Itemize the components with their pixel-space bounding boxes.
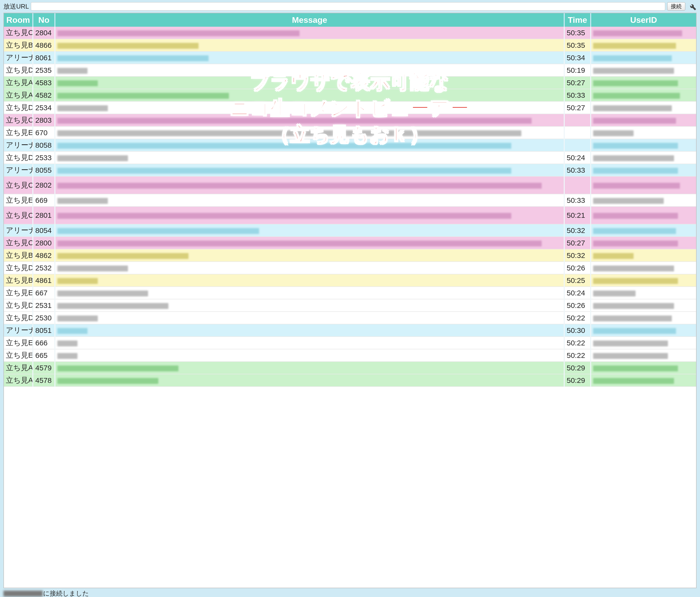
userid-blur: [593, 143, 678, 149]
cell-time: 50:24: [564, 287, 591, 299]
cell-no: 2804: [33, 27, 55, 39]
cell-message: [55, 114, 564, 126]
message-blur: [57, 365, 178, 371]
cell-message: [55, 139, 564, 151]
cell-message: [55, 151, 564, 164]
cell-no: 4861: [33, 274, 55, 287]
table-row[interactable]: 立ち見C280450:35: [4, 27, 696, 39]
cell-no: 2533: [33, 151, 55, 164]
table-row[interactable]: 立ち見D253250:26: [4, 262, 696, 274]
cell-userid: [591, 151, 696, 164]
table-row[interactable]: 立ち見E66650:22: [4, 337, 696, 349]
table-row[interactable]: 立ち見C2803: [4, 114, 696, 126]
table-row[interactable]: 立ち見D253350:24: [4, 151, 696, 164]
table-row[interactable]: 立ち見E66550:22: [4, 349, 696, 362]
cell-message: [55, 64, 564, 76]
cell-room: 立ち見E: [4, 194, 33, 207]
url-label: 放送URL: [3, 2, 29, 11]
cell-userid: [591, 362, 696, 374]
cell-time: 50:22: [564, 337, 591, 349]
userid-blur: [593, 130, 633, 136]
cell-time: 50:35: [564, 39, 591, 51]
cell-message: [55, 249, 564, 262]
cell-room: アリーナ: [4, 324, 33, 337]
message-blur: [57, 168, 511, 174]
cell-userid: [591, 194, 696, 207]
col-no[interactable]: No: [33, 13, 55, 27]
table-row[interactable]: 立ち見B486150:25: [4, 274, 696, 287]
cell-message: [55, 126, 564, 139]
cell-message: [55, 27, 564, 39]
cell-room: 立ち見C: [4, 237, 33, 249]
cell-message: [55, 207, 564, 224]
cell-room: 立ち見D: [4, 64, 33, 76]
cell-no: 670: [33, 126, 55, 139]
cell-room: 立ち見A: [4, 76, 33, 89]
cell-userid: [591, 27, 696, 39]
cell-no: 8058: [33, 139, 55, 151]
table-row[interactable]: アリーナ805450:32: [4, 224, 696, 237]
table-row[interactable]: アリーナ8058: [4, 139, 696, 151]
broadcast-url-input[interactable]: [31, 2, 665, 10]
comment-table: Room No Message Time UserID 立ち見C280450:3…: [4, 13, 696, 387]
message-blur: [57, 340, 77, 346]
table-row[interactable]: アリーナ805550:33: [4, 164, 696, 176]
table-row[interactable]: 立ち見D253450:27: [4, 101, 696, 114]
cell-userid: [591, 176, 696, 194]
cell-message: [55, 374, 564, 387]
table-row[interactable]: アリーナ806150:34: [4, 51, 696, 64]
table-row[interactable]: 立ち見E66750:24: [4, 287, 696, 299]
settings-icon[interactable]: [687, 1, 697, 11]
userid-blur: [593, 315, 672, 321]
cell-time: 50:27: [564, 76, 591, 89]
message-blur: [57, 118, 532, 124]
col-room[interactable]: Room: [4, 13, 33, 27]
cell-room: 立ち見E: [4, 349, 33, 362]
table-row[interactable]: 立ち見B486650:35: [4, 39, 696, 51]
cell-userid: [591, 262, 696, 274]
cell-room: 立ち見D: [4, 101, 33, 114]
table-row[interactable]: 立ち見E66950:33: [4, 194, 696, 207]
table-row[interactable]: 立ち見E670: [4, 126, 696, 139]
cell-room: 立ち見B: [4, 274, 33, 287]
message-blur: [57, 228, 259, 234]
table-row[interactable]: 立ち見D253150:26: [4, 299, 696, 312]
message-blur: [57, 213, 511, 219]
table-row[interactable]: 立ち見C2802: [4, 176, 696, 194]
table-row[interactable]: 立ち見A457950:29: [4, 362, 696, 374]
cell-userid: [591, 349, 696, 362]
cell-message: [55, 51, 564, 64]
cell-userid: [591, 312, 696, 324]
cell-userid: [591, 89, 696, 101]
connect-button[interactable]: 接続: [667, 2, 685, 10]
cell-no: 4582: [33, 89, 55, 101]
cell-message: [55, 299, 564, 312]
col-userid[interactable]: UserID: [591, 13, 696, 27]
table-row[interactable]: 立ち見C280150:21: [4, 207, 696, 224]
col-message[interactable]: Message: [55, 13, 564, 27]
table-row[interactable]: 立ち見B486250:32: [4, 249, 696, 262]
message-blur: [57, 253, 189, 259]
cell-time: 50:33: [564, 89, 591, 101]
table-row[interactable]: 立ち見D253050:22: [4, 312, 696, 324]
table-row[interactable]: アリーナ805150:30: [4, 324, 696, 337]
userid-blur: [593, 353, 668, 359]
table-row[interactable]: 立ち見A458250:33: [4, 89, 696, 101]
cell-message: [55, 164, 564, 176]
cell-userid: [591, 51, 696, 64]
table-row[interactable]: 立ち見A458350:27: [4, 76, 696, 89]
cell-userid: [591, 64, 696, 76]
userid-blur: [593, 228, 676, 234]
userid-blur: [593, 213, 678, 219]
cell-no: 4866: [33, 39, 55, 51]
cell-no: 4578: [33, 374, 55, 387]
col-time[interactable]: Time: [564, 13, 591, 27]
table-row[interactable]: 立ち見A457850:29: [4, 374, 696, 387]
cell-no: 2800: [33, 237, 55, 249]
cell-message: [55, 101, 564, 114]
message-blur: [57, 378, 158, 384]
table-row[interactable]: 立ち見C280050:27: [4, 237, 696, 249]
cell-time: 50:26: [564, 299, 591, 312]
message-blur: [57, 240, 542, 246]
table-row[interactable]: 立ち見D253550:19: [4, 64, 696, 76]
